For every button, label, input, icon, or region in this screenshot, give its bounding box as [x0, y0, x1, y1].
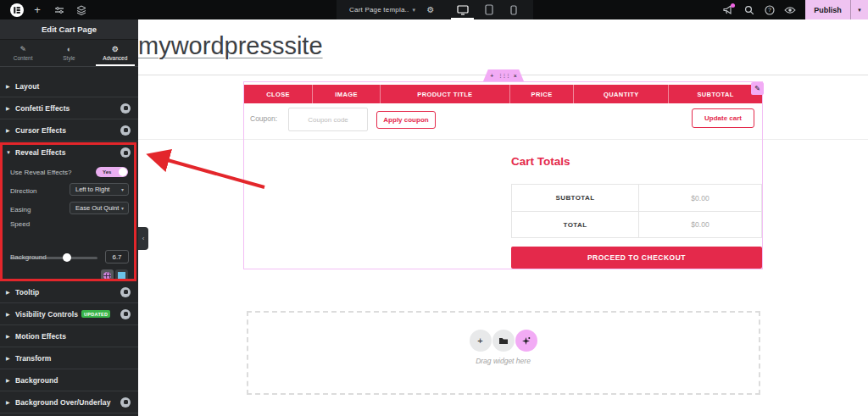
- addon-badge-icon: [120, 397, 131, 408]
- folder-icon: [498, 336, 509, 345]
- cart-totals-title: Cart Totals: [511, 155, 570, 168]
- add-widget-button[interactable]: +: [470, 330, 492, 352]
- panel-tabs: ✎ Content ◐ Style ⚙ Advanced: [0, 40, 138, 67]
- section-tooltip[interactable]: ▶ Tooltip: [0, 281, 138, 303]
- addon-badge-icon: [120, 287, 131, 297]
- ai-builder-button[interactable]: [515, 330, 537, 352]
- section-transform[interactable]: ▶ Transform: [0, 347, 138, 369]
- tablet-icon: [485, 4, 493, 15]
- coupon-code-input[interactable]: [288, 108, 368, 131]
- section-layout[interactable]: ▶ Layout: [0, 75, 138, 97]
- addon-badge-icon: [120, 147, 131, 158]
- sliders-icon: [54, 5, 64, 15]
- whats-new-button[interactable]: [719, 0, 736, 19]
- publish-options-chevron-icon[interactable]: ▾: [851, 7, 868, 14]
- elementor-logo-icon: [10, 3, 24, 17]
- site-title[interactable]: mywordpresssite: [138, 32, 323, 60]
- drag-handle-icon[interactable]: ⋮⋮⋮: [498, 73, 509, 78]
- tab-style[interactable]: ◐ Style: [46, 40, 92, 66]
- background-label: Background: [10, 253, 47, 261]
- close-icon[interactable]: ×: [514, 73, 517, 79]
- element-manager-icon[interactable]: [53, 0, 66, 19]
- style-icon: ◐: [67, 46, 71, 53]
- drop-zone[interactable]: [247, 311, 760, 395]
- column-price: PRICE: [510, 85, 575, 103]
- section-visibility-controls[interactable]: ▶ Visibility Controls UPDATED: [0, 303, 138, 325]
- chevron-right-icon: ▶: [6, 355, 13, 361]
- chevron-right-icon: ▶: [6, 83, 13, 89]
- chevron-right-icon: ▶: [6, 399, 13, 405]
- tab-advanced[interactable]: ⚙ Advanced: [92, 40, 138, 66]
- elementor-editor: + Cart Page templa.. ▾ ⚙: [0, 0, 868, 416]
- svg-text:?: ?: [768, 7, 771, 13]
- tab-content[interactable]: ✎ Content: [0, 40, 46, 66]
- drag-widget-hint: Drag widget here: [138, 357, 868, 365]
- total-value: $0.00: [639, 212, 761, 237]
- total-label: TOTAL: [512, 212, 639, 237]
- active-device-indicator: [451, 18, 474, 19]
- add-icon[interactable]: +: [490, 73, 493, 79]
- update-cart-button[interactable]: Update cart: [692, 108, 754, 128]
- finder-search-button[interactable]: [741, 0, 758, 19]
- cart-table-header: CLOSE IMAGE PRODUCT TITLE PRICE QUANTITY…: [244, 85, 762, 103]
- preview-button[interactable]: [782, 0, 798, 19]
- section-background[interactable]: ▶ Background: [0, 369, 138, 391]
- search-icon: [744, 5, 754, 15]
- section-motion-effects[interactable]: ▶ Motion Effects: [0, 325, 138, 347]
- notification-dot: [731, 3, 735, 8]
- section-background-over-underlay[interactable]: ▶ Background Over/Underlay: [0, 391, 138, 413]
- chevron-right-icon: ▶: [6, 289, 13, 295]
- elementor-logo[interactable]: [8, 0, 25, 19]
- gear-icon: ⚙: [112, 46, 119, 53]
- desktop-icon: [457, 5, 469, 15]
- chevron-right-icon: ▶: [6, 127, 13, 133]
- column-quantity: QUANTITY: [574, 85, 669, 103]
- chevron-right-icon: ▶: [6, 105, 13, 111]
- chevron-down-icon: ▾: [412, 7, 415, 14]
- section-reveal-effects[interactable]: ▼ Reveal Effects: [0, 141, 138, 164]
- toggle-knob: [119, 168, 127, 176]
- panel-title: Edit Cart Page: [0, 19, 138, 40]
- color-swatch: [118, 272, 125, 280]
- direction-select[interactable]: Left to Right ▾: [70, 183, 129, 196]
- speed-input[interactable]: [105, 250, 129, 263]
- table-row: TOTAL $0.00: [512, 211, 761, 237]
- publish-button[interactable]: Publish ▾: [805, 0, 868, 19]
- template-library-button[interactable]: [492, 330, 515, 352]
- section-cursor-effects[interactable]: ▶ Cursor Effects: [0, 119, 138, 141]
- page-settings-icon[interactable]: ⚙: [424, 0, 437, 19]
- section-confetti-effects[interactable]: ▶ Confetti Effects: [0, 97, 138, 119]
- globe-icon: [103, 272, 111, 280]
- ai-sparkle-icon: [521, 336, 531, 346]
- chevron-right-icon: ▶: [6, 333, 13, 339]
- element-handle[interactable]: + ⋮⋮⋮ ×: [483, 69, 524, 81]
- edit-widget-button[interactable]: ✎: [751, 82, 764, 95]
- chevron-down-icon: ▼: [6, 150, 13, 155]
- structure-icon[interactable]: [75, 0, 88, 19]
- speed-slider-thumb[interactable]: [63, 253, 71, 262]
- add-element-icon[interactable]: +: [31, 0, 44, 19]
- device-tablet-button[interactable]: [477, 0, 500, 19]
- cart-totals-table: SUBTOTAL $0.00 TOTAL $0.00: [511, 184, 762, 238]
- dynamic-value-button[interactable]: [101, 269, 114, 282]
- easing-label: Easing: [10, 206, 31, 214]
- document-switcher[interactable]: Cart Page templa.. ▾: [346, 0, 419, 19]
- addon-badge-icon: [120, 309, 131, 319]
- panel-collapse-handle[interactable]: ‹: [138, 227, 148, 250]
- device-desktop-button[interactable]: [451, 0, 474, 19]
- easing-select[interactable]: Ease Out Quint ▾: [70, 202, 129, 214]
- background-color-swatch[interactable]: [115, 269, 128, 282]
- apply-coupon-button[interactable]: Apply coupon: [376, 111, 436, 129]
- addon-badge-icon: [120, 125, 131, 136]
- subtotal-label: SUBTOTAL: [512, 185, 639, 211]
- column-image: IMAGE: [313, 85, 381, 103]
- editor-panel: Edit Cart Page ✎ Content ◐ Style ⚙ Advan…: [0, 19, 138, 416]
- proceed-to-checkout-button[interactable]: PROCEED TO CHECKOUT: [511, 247, 762, 269]
- help-button[interactable]: ?: [761, 0, 778, 19]
- drop-zone-actions: +: [138, 330, 868, 352]
- use-reveal-label: Use Reveal Effects?: [10, 169, 71, 176]
- use-reveal-toggle[interactable]: Yes: [96, 167, 128, 177]
- column-product-title: PRODUCT TITLE: [381, 85, 510, 103]
- chevron-right-icon: ▶: [6, 377, 13, 383]
- device-mobile-button[interactable]: [502, 0, 525, 19]
